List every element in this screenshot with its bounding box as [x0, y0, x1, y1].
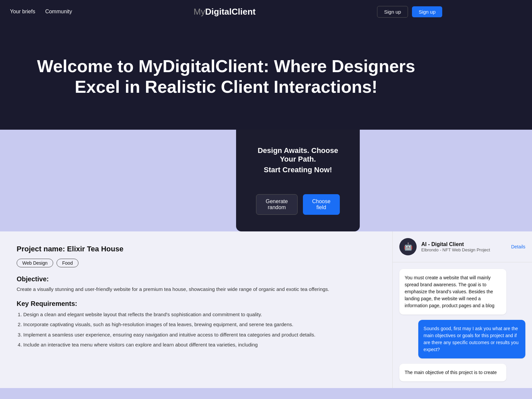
- design-awaits-title: Design Awaits. Choose Your Path.: [256, 146, 340, 164]
- requirement-item-1: Design a clean and elegant website layou…: [23, 311, 376, 319]
- logo: MyDigitalClient: [194, 7, 255, 17]
- page-wrapper: Your briefs Community MyDigitalClient Si…: [0, 0, 532, 388]
- design-awaits-subtitle: Start Creating Now!: [256, 166, 340, 174]
- key-requirements-title: Key Requirements:: [17, 300, 376, 308]
- project-name: Project name: Elixir Tea House: [17, 245, 376, 253]
- chat-message-3: The main objective of this project is to…: [399, 364, 506, 381]
- middle-right-spacer: [478, 130, 532, 231]
- your-briefs-link[interactable]: Your briefs: [10, 9, 35, 15]
- design-center-box: Design Awaits. Choose Your Path. Start C…: [236, 130, 360, 231]
- choose-field-button[interactable]: Choose field: [303, 194, 340, 215]
- bottom-section: Project name: Elixir Tea House Web Desig…: [0, 231, 532, 388]
- design-buttons: Generate random Choose field: [256, 194, 340, 215]
- ai-name: AI - Digital Client: [421, 241, 506, 247]
- community-link[interactable]: Community: [45, 9, 72, 15]
- project-panel: Project name: Elixir Tea House Web Desig…: [0, 231, 392, 388]
- ai-project: Elbrondo - NFT Web Design Project: [421, 247, 506, 252]
- project-tags: Web Design Food: [17, 259, 376, 267]
- requirement-item-2: Incorporate captivating visuals, such as…: [23, 321, 376, 329]
- navbar-right: Sign up Sign up: [377, 6, 442, 18]
- tag-food: Food: [57, 259, 78, 267]
- navbar-left: Your briefs Community: [10, 9, 72, 15]
- objective-text: Create a visually stunning and user-frie…: [17, 286, 376, 293]
- ai-avatar: 🤖: [399, 238, 417, 255]
- requirements-list: Design a clean and elegant website layou…: [17, 311, 376, 349]
- signup-outline-button[interactable]: Sign up: [377, 6, 408, 18]
- hero-content: Welcome to MyDigitalClient: Where Design…: [0, 23, 452, 130]
- middle-band: Design Awaits. Choose Your Path. Start C…: [0, 130, 532, 231]
- generate-random-button[interactable]: Generate random: [256, 194, 298, 215]
- logo-my: My: [194, 7, 205, 17]
- top-bar: Your briefs Community MyDigitalClient Si…: [0, 0, 532, 130]
- requirement-item-3: Implement a seamless user experience, en…: [23, 331, 376, 339]
- navbar: Your briefs Community MyDigitalClient Si…: [0, 0, 452, 23]
- requirement-item-4: Include an interactive tea menu where vi…: [23, 341, 376, 349]
- tag-web-design: Web Design: [17, 259, 53, 267]
- chat-area: You must create a website that will main…: [393, 262, 532, 388]
- signup-filled-button[interactable]: Sign up: [412, 6, 442, 17]
- right-dark-column: [452, 0, 532, 130]
- logo-digital-client: DigitalClient: [205, 7, 256, 17]
- hero-title: Welcome to MyDigitalClient: Where Design…: [20, 56, 432, 97]
- ai-avatar-icon: 🤖: [404, 242, 413, 251]
- ai-header: 🤖 AI - Digital Client Elbrondo - NFT Web…: [393, 231, 532, 262]
- chat-message-1: You must create a website that will main…: [399, 269, 506, 315]
- middle-left-spacer: [0, 130, 118, 231]
- navbar-center: MyDigitalClient: [72, 7, 377, 17]
- chat-message-2: Sounds good, first may I ask you what ar…: [418, 320, 525, 358]
- hero-dark-panel: Your briefs Community MyDigitalClient Si…: [0, 0, 452, 130]
- ai-panel: 🤖 AI - Digital Client Elbrondo - NFT Web…: [392, 231, 532, 388]
- ai-info: AI - Digital Client Elbrondo - NFT Web D…: [421, 241, 506, 252]
- details-link[interactable]: Details: [511, 244, 525, 249]
- objective-title: Objective:: [17, 275, 376, 283]
